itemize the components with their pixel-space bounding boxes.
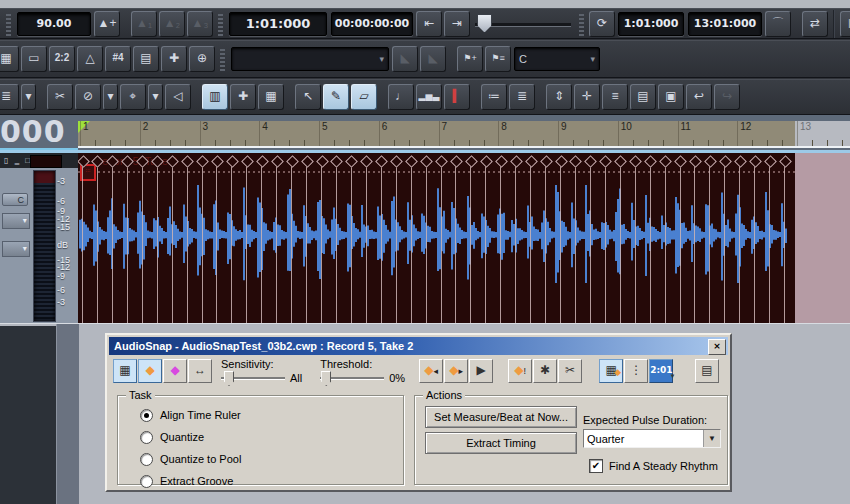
task-option-extract-groove[interactable]: Extract Groove	[140, 474, 233, 488]
split-tool-button[interactable]: ✂	[47, 84, 73, 110]
zoom-tool-button[interactable]: ⌖	[120, 84, 146, 110]
mute-tool-dropdown[interactable]: ▾	[103, 84, 118, 110]
groove-pitch-combo[interactable]: ▾	[231, 47, 389, 71]
transient-marker-line[interactable]	[515, 166, 516, 323]
note-duration-button[interactable]: ♩	[388, 84, 414, 110]
transient-marker-line[interactable]	[336, 166, 337, 323]
properties-button[interactable]: ▤	[695, 359, 719, 383]
pulse-duration-combo[interactable]: Quarter ▼	[583, 429, 721, 448]
transient-marker-line[interactable]	[202, 166, 203, 323]
radio-icon[interactable]	[140, 475, 153, 488]
transient-marker-line[interactable]	[680, 166, 681, 323]
transient-marker-line[interactable]	[276, 166, 277, 323]
transient-marker-line[interactable]	[530, 166, 531, 323]
loop-markers-button[interactable]: ⌒	[765, 11, 791, 37]
show-layers-button[interactable]: ▣	[658, 84, 684, 110]
close-icon[interactable]: ×	[708, 339, 726, 355]
nudge-button[interactable]: ✚	[161, 46, 187, 72]
track-layers-button[interactable]: ≣	[509, 84, 535, 110]
transient-marker-line[interactable]	[187, 166, 188, 323]
transient-marker-line[interactable]	[635, 166, 636, 323]
go-to-start-marker-button[interactable]: ⇤	[416, 11, 442, 37]
transient-marker-line[interactable]	[560, 166, 561, 323]
transient-marker-line[interactable]	[112, 166, 113, 323]
transient-marker-line[interactable]	[261, 166, 262, 323]
transient-marker-line[interactable]	[321, 166, 322, 323]
collapse-tracks-button[interactable]: ≡	[602, 84, 628, 110]
loop-start-display[interactable]: 1:01:000	[618, 12, 684, 36]
transient-marker-line[interactable]	[650, 166, 651, 323]
select-track-button[interactable]: ▥	[202, 84, 228, 110]
threshold-slider[interactable]	[320, 371, 384, 384]
transient-marker-line[interactable]	[127, 166, 128, 323]
track-manager-dropdown[interactable]: ▾	[21, 84, 36, 110]
radio-icon[interactable]	[140, 453, 153, 466]
restore-icon[interactable]: ▯	[4, 153, 8, 168]
split-at-transients-button[interactable]: ✂	[558, 359, 582, 383]
output-selector[interactable]: ▾	[2, 241, 30, 257]
snap-grid-button[interactable]: ▦◆	[599, 359, 623, 383]
transient-marker-line[interactable]	[500, 166, 501, 323]
pan-knob[interactable]: C	[2, 193, 28, 206]
transient-marker-line[interactable]	[694, 166, 695, 323]
track-view-button[interactable]: ▦	[0, 46, 19, 72]
radio-icon[interactable]	[140, 409, 153, 422]
transient-marker-line[interactable]	[172, 166, 173, 323]
chevron-down-icon[interactable]: ▼	[703, 430, 720, 447]
transient-marker-line[interactable]	[142, 166, 143, 323]
transient-marker-line[interactable]	[306, 166, 307, 323]
pane-divider[interactable]	[56, 324, 79, 504]
input-selector[interactable]: ▾	[2, 213, 30, 229]
task-option-quantize-to-pool[interactable]: Quantize to Pool	[140, 452, 241, 466]
tempo-ruler-button[interactable]: ▤	[133, 46, 159, 72]
transient-marker-line[interactable]	[291, 166, 292, 323]
transient-marker-line[interactable]	[709, 166, 710, 323]
transient-marker-line[interactable]	[739, 166, 740, 323]
dialog-titlebar[interactable]: AudioSnap - AudioSnapTest_03b2.cwp : Rec…	[109, 337, 728, 355]
insert-marker-button[interactable]: ⚑+	[457, 46, 483, 72]
grip-handle[interactable]	[220, 47, 225, 71]
time-format-button[interactable]: 2:01▾	[649, 359, 673, 383]
show-transients-button[interactable]: ◆	[138, 359, 162, 383]
preview-play-button[interactable]: ▶	[469, 359, 493, 383]
center-now-button[interactable]: ⊕	[189, 46, 215, 72]
mute-tool-button[interactable]: ⊘	[75, 84, 101, 110]
erase-tool-button[interactable]: ▱	[351, 84, 377, 110]
transient-marker-line[interactable]	[724, 166, 725, 323]
grip-handle[interactable]	[6, 12, 11, 36]
transient-marker-line[interactable]	[381, 166, 382, 323]
transient-marker-line[interactable]	[754, 166, 755, 323]
big-time-display[interactable]: 000	[0, 115, 78, 150]
audition-tool-button[interactable]: ◁	[165, 84, 191, 110]
mix-sliders-button[interactable]: ≔	[481, 84, 507, 110]
task-option-quantize[interactable]: Quantize	[140, 430, 204, 444]
tempo-tap-button[interactable]: ▲+	[94, 11, 120, 37]
loop-end-display[interactable]: 13:01:000	[688, 12, 762, 36]
track-manager-button[interactable]: ≣	[0, 84, 19, 110]
transient-marker-line[interactable]	[545, 166, 546, 323]
key-signature-combo[interactable]: C▾	[514, 47, 600, 71]
transient-marker-line[interactable]	[441, 166, 442, 323]
smpte-time-display[interactable]: 00:00:00:00	[331, 12, 413, 36]
move-tool-button[interactable]: ✚	[230, 84, 256, 110]
draw-tool-button[interactable]: ✎	[323, 84, 349, 110]
track-list-button[interactable]: ▤	[630, 84, 656, 110]
transient-marker-line[interactable]	[665, 166, 666, 323]
transient-marker-line[interactable]	[784, 166, 785, 323]
transient-marker-line[interactable]	[590, 166, 591, 323]
minimize-icon[interactable]: ‗	[15, 153, 19, 168]
transient-marker-line[interactable]	[97, 166, 98, 323]
undo-view-button[interactable]: ↩	[686, 84, 712, 110]
loop-toggle-button[interactable]: ⟳	[589, 11, 615, 37]
tempo-display[interactable]: 90.00	[17, 12, 91, 36]
scroll-lock-button[interactable]: ▍	[444, 84, 470, 110]
steady-rhythm-row[interactable]: ✔ Find A Steady Rhythm	[589, 459, 718, 473]
marker-detail-button[interactable]: ⋮	[624, 359, 648, 383]
transient-marker-line[interactable]	[351, 166, 352, 323]
metronome-button[interactable]: △	[77, 46, 103, 72]
snap-ratio-button[interactable]: 2:2	[49, 46, 75, 72]
transient-marker-line[interactable]	[620, 166, 621, 323]
rewind-button[interactable]: |◀	[840, 11, 850, 37]
show-clip-grid-button[interactable]: ▦	[113, 359, 137, 383]
extract-timing-button[interactable]: Extract Timing	[425, 432, 577, 454]
